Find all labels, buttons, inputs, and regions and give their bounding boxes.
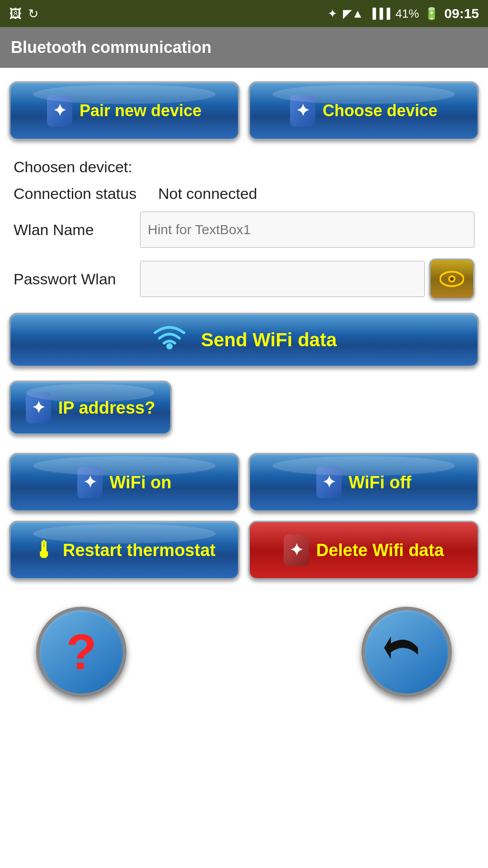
wifi-toggle-row: ✦ WiFi on ✦ WiFi off [9, 453, 479, 512]
bluetooth-icon-ip: ✦ [26, 392, 51, 424]
question-mark-icon: ? [66, 627, 96, 677]
connection-status-row: Connection status Not connected [14, 185, 474, 203]
choose-device-button[interactable]: ✦ Choose device [249, 81, 479, 140]
status-left-icons: 🖼 ↻ [9, 6, 38, 21]
eye-icon [440, 271, 464, 287]
bluetooth-icon-delete: ✦ [284, 534, 309, 566]
status-right-icons: ✦ ◤▲ ▐▐▐ 41% 🔋 09:15 [328, 6, 479, 21]
battery-icon: 🔋 [424, 7, 439, 21]
send-wifi-data-button[interactable]: Send WiFi data [9, 313, 479, 367]
back-arrow-icon [382, 630, 432, 675]
app-title: Bluetooth communication [11, 38, 211, 57]
choosen-device-row: Choosen devicet: [14, 158, 474, 176]
delete-wifi-data-button[interactable]: ✦ Delete Wifi data [249, 521, 479, 580]
thermostat-delete-row: 🌡 Restart thermostat ✦ Delete Wifi data [9, 521, 479, 580]
bluetooth-icon-choose: ✦ [290, 95, 315, 127]
password-row: Passwort Wlan [14, 259, 474, 299]
restart-thermostat-label: Restart thermostat [63, 541, 216, 560]
refresh-icon: ↻ [28, 6, 38, 21]
wifi-icon-large [151, 318, 188, 362]
thermometer-icon: 🌡 [33, 537, 56, 563]
bluetooth-icon-wifi-on: ✦ [77, 467, 103, 498]
wifi-status-icon: ◤▲ [343, 7, 364, 21]
password-input[interactable] [140, 261, 425, 297]
ip-address-label: IP address? [58, 398, 155, 418]
clock: 09:15 [444, 6, 479, 21]
back-button[interactable] [361, 607, 452, 697]
top-button-row: ✦ Pair new device ✦ Choose device [9, 81, 479, 140]
restart-thermostat-button[interactable]: 🌡 Restart thermostat [9, 521, 239, 580]
choose-device-label: Choose device [323, 101, 437, 120]
bottom-button-row: ? [9, 589, 479, 715]
wlan-name-row: Wlan Name [14, 212, 474, 248]
connection-status-value: Not connected [158, 185, 257, 203]
send-wifi-data-label: Send WiFi data [201, 329, 337, 351]
signal-icon: ▐▐▐ [369, 8, 390, 19]
help-button[interactable]: ? [36, 607, 127, 697]
wifi-off-button[interactable]: ✦ WiFi off [249, 453, 479, 512]
wlan-name-label: Wlan Name [14, 221, 140, 239]
ip-address-button[interactable]: ✦ IP address? [9, 381, 172, 435]
wifi-on-label: WiFi on [110, 473, 172, 492]
wifi-off-label: WiFi off [349, 473, 412, 492]
pair-new-device-button[interactable]: ✦ Pair new device [9, 81, 239, 140]
connection-status-label: Connection status [14, 185, 158, 203]
passwort-wlan-label: Passwort Wlan [14, 270, 140, 288]
info-section: Choosen devicet: Connection status Not c… [9, 158, 479, 299]
bluetooth-icon-wifi-off: ✦ [316, 467, 342, 498]
title-bar: Bluetooth communication [0, 27, 488, 68]
main-content: ✦ Pair new device ✦ Choose device Choose… [0, 68, 488, 868]
svg-point-2 [450, 277, 454, 281]
toggle-password-button[interactable] [429, 259, 474, 299]
bluetooth-status-icon: ✦ [328, 7, 338, 21]
bluetooth-icon-pair: ✦ [47, 95, 72, 127]
choosen-device-label: Choosen devicet: [14, 158, 158, 176]
battery-percent: 41% [395, 7, 419, 21]
wifi-on-button[interactable]: ✦ WiFi on [9, 453, 239, 512]
status-bar: 🖼 ↻ ✦ ◤▲ ▐▐▐ 41% 🔋 09:15 [0, 0, 488, 27]
gallery-icon: 🖼 [9, 6, 22, 21]
delete-wifi-data-label: Delete Wifi data [316, 541, 444, 560]
wlan-name-input[interactable] [140, 212, 474, 248]
pair-new-device-label: Pair new device [80, 101, 202, 120]
svg-point-3 [166, 343, 173, 349]
